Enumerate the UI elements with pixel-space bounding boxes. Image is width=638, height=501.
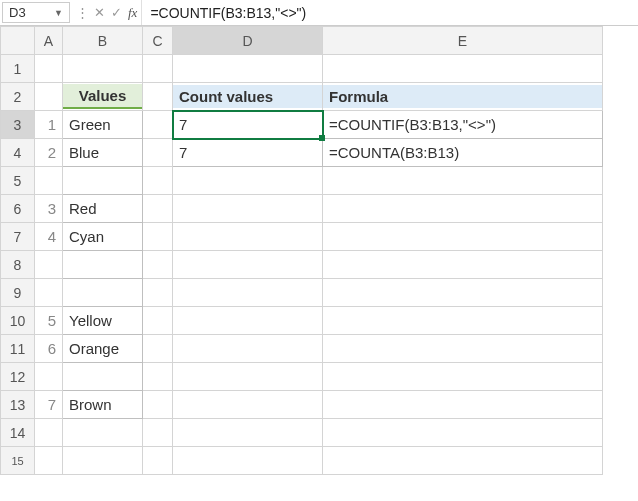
cell[interactable] — [35, 251, 63, 279]
cell[interactable]: =COUNTIF(B3:B13,"<>") — [323, 111, 603, 139]
cell[interactable]: Orange — [63, 335, 143, 363]
cell[interactable] — [63, 279, 143, 307]
cell[interactable] — [63, 251, 143, 279]
row-header[interactable]: 10 — [1, 307, 35, 335]
cell[interactable] — [173, 391, 323, 419]
cell[interactable] — [323, 447, 603, 475]
cell[interactable] — [323, 195, 603, 223]
cell[interactable] — [323, 335, 603, 363]
col-header-B[interactable]: B — [63, 27, 143, 55]
cell[interactable]: 6 — [35, 335, 63, 363]
cell[interactable]: 5 — [35, 307, 63, 335]
cell[interactable] — [323, 307, 603, 335]
select-all-corner[interactable] — [1, 27, 35, 55]
cell[interactable] — [35, 279, 63, 307]
cell[interactable]: 1 — [35, 111, 63, 139]
cell[interactable] — [173, 167, 323, 195]
cell[interactable] — [173, 363, 323, 391]
cell[interactable] — [323, 251, 603, 279]
row-header[interactable]: 14 — [1, 419, 35, 447]
cell[interactable] — [35, 167, 63, 195]
cell[interactable] — [143, 391, 173, 419]
cell[interactable] — [63, 167, 143, 195]
cell[interactable] — [323, 419, 603, 447]
cell[interactable] — [173, 195, 323, 223]
cell[interactable] — [143, 419, 173, 447]
row-header[interactable]: 9 — [1, 279, 35, 307]
cell[interactable] — [173, 251, 323, 279]
cell[interactable] — [173, 279, 323, 307]
cell[interactable] — [173, 55, 323, 83]
cell[interactable] — [143, 251, 173, 279]
row-header[interactable]: 5 — [1, 167, 35, 195]
cell[interactable] — [35, 55, 63, 83]
col-header-C[interactable]: C — [143, 27, 173, 55]
row-header[interactable]: 13 — [1, 391, 35, 419]
col-header-D[interactable]: D — [173, 27, 323, 55]
cell[interactable]: 7 — [35, 391, 63, 419]
cell-header-values[interactable]: Values — [63, 83, 143, 111]
cell[interactable] — [323, 363, 603, 391]
cell[interactable] — [35, 419, 63, 447]
cell[interactable] — [143, 167, 173, 195]
cell[interactable] — [323, 55, 603, 83]
cell[interactable]: Blue — [63, 139, 143, 167]
cell[interactable]: =COUNTA(B3:B13) — [323, 139, 603, 167]
cell[interactable] — [143, 111, 173, 139]
cell[interactable]: 4 — [35, 223, 63, 251]
cell[interactable] — [35, 83, 63, 111]
cell[interactable] — [173, 223, 323, 251]
row-header[interactable]: 4 — [1, 139, 35, 167]
cell[interactable]: Cyan — [63, 223, 143, 251]
row-header[interactable]: 15 — [1, 447, 35, 475]
row-header[interactable]: 7 — [1, 223, 35, 251]
cell[interactable]: 2 — [35, 139, 63, 167]
cell[interactable] — [143, 83, 173, 111]
cell[interactable]: 7 — [173, 139, 323, 167]
cell[interactable] — [173, 335, 323, 363]
row-header[interactable]: 1 — [1, 55, 35, 83]
cell[interactable] — [143, 223, 173, 251]
row-header[interactable]: 6 — [1, 195, 35, 223]
cell[interactable] — [63, 55, 143, 83]
cell[interactable] — [143, 363, 173, 391]
cell[interactable] — [173, 307, 323, 335]
cell[interactable] — [323, 279, 603, 307]
cancel-icon[interactable]: ✕ — [94, 5, 105, 20]
row-header[interactable]: 3 — [1, 111, 35, 139]
row-header[interactable]: 12 — [1, 363, 35, 391]
cell[interactable]: 3 — [35, 195, 63, 223]
name-box[interactable]: D3 ▼ — [2, 2, 70, 23]
cell[interactable] — [63, 363, 143, 391]
cell[interactable] — [323, 223, 603, 251]
row-header[interactable]: 2 — [1, 83, 35, 111]
cell[interactable] — [323, 167, 603, 195]
cell[interactable]: Red — [63, 195, 143, 223]
row-header[interactable]: 8 — [1, 251, 35, 279]
cell[interactable] — [143, 335, 173, 363]
formula-input[interactable]: =COUNTIF(B3:B13,"<>") — [142, 0, 638, 25]
cell[interactable]: Yellow — [63, 307, 143, 335]
cell-active[interactable]: 7 — [173, 111, 323, 139]
cell[interactable] — [143, 195, 173, 223]
spreadsheet-grid[interactable]: A B C D E 1 2 Values Count values Formul… — [0, 26, 638, 475]
cell[interactable] — [323, 391, 603, 419]
cell[interactable] — [173, 447, 323, 475]
cell-header-formula[interactable]: Formula — [323, 83, 603, 111]
cell[interactable] — [143, 55, 173, 83]
cell[interactable] — [143, 139, 173, 167]
col-header-E[interactable]: E — [323, 27, 603, 55]
cell[interactable]: Green — [63, 111, 143, 139]
row-header[interactable]: 11 — [1, 335, 35, 363]
cell[interactable] — [143, 279, 173, 307]
cell-header-count[interactable]: Count values — [173, 83, 323, 111]
fx-icon[interactable]: fx — [128, 5, 137, 21]
col-header-A[interactable]: A — [35, 27, 63, 55]
cell[interactable]: Brown — [63, 391, 143, 419]
cell[interactable] — [35, 447, 63, 475]
cell[interactable] — [35, 363, 63, 391]
confirm-icon[interactable]: ✓ — [111, 5, 122, 20]
cell[interactable] — [173, 419, 323, 447]
cell[interactable] — [143, 447, 173, 475]
cell[interactable] — [63, 419, 143, 447]
